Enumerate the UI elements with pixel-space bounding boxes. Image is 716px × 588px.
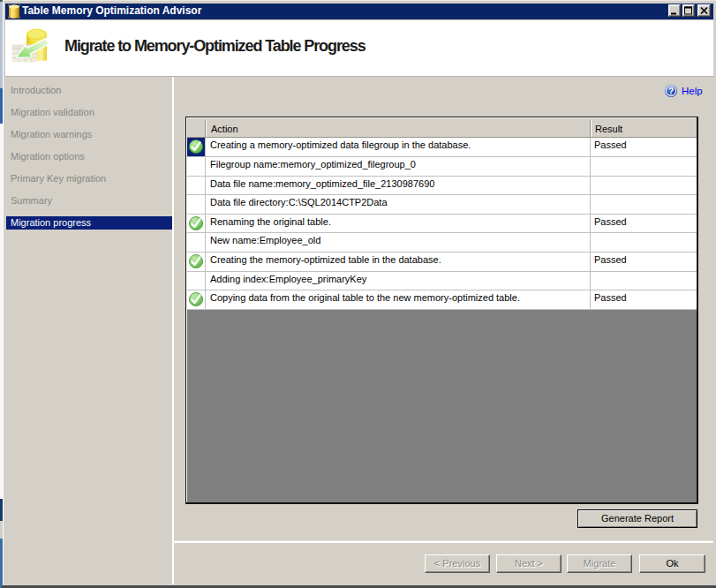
svg-text:?: ?	[668, 87, 674, 96]
